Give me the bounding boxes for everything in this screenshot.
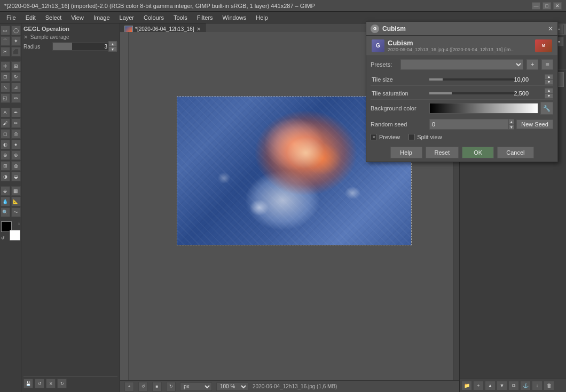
new-layer-group-btn[interactable]: 📁: [461, 381, 472, 390]
menu-select[interactable]: Select: [41, 13, 66, 22]
new-seed-button[interactable]: New Seed: [516, 119, 553, 129]
menu-edit[interactable]: Edit: [21, 13, 40, 22]
help-button[interactable]: Help: [390, 147, 422, 158]
menu-layer[interactable]: Layer: [115, 13, 139, 22]
dialog-close-button[interactable]: ✕: [548, 25, 553, 33]
preview-checkbox[interactable]: ✕ Preview: [371, 134, 400, 140]
tile-saturation-up-btn[interactable]: ▲: [545, 88, 553, 93]
mypaint-tool[interactable]: ●: [11, 140, 21, 149]
perspective-tool[interactable]: ◱: [1, 93, 10, 103]
close-window-button[interactable]: ✕: [553, 2, 562, 10]
zoom-tool[interactable]: 🔍: [1, 207, 10, 217]
image-tab-close[interactable]: ✕: [196, 26, 201, 32]
gradient-tool[interactable]: ▦: [11, 186, 21, 196]
preview-checkbox-box[interactable]: ✕: [371, 134, 377, 140]
ink-tool[interactable]: ◐: [1, 140, 10, 149]
shear-tool[interactable]: ⊿: [11, 83, 21, 92]
menu-image[interactable]: Image: [89, 13, 114, 22]
merge-down-btn[interactable]: ↓: [532, 381, 543, 390]
clone-tool[interactable]: ⊕: [1, 150, 10, 160]
menu-tools[interactable]: Tools: [169, 13, 192, 22]
rotate-tool[interactable]: ↻: [11, 72, 21, 82]
tile-size-down-btn[interactable]: ▼: [545, 79, 553, 85]
reset-colors-icon[interactable]: ↺: [1, 236, 5, 241]
pencil-tool[interactable]: ✏: [11, 118, 21, 128]
anchor-layer-btn[interactable]: ⚓: [520, 381, 531, 390]
rectangle-select-tool[interactable]: ▭: [1, 26, 10, 35]
move-tool[interactable]: ✛: [1, 61, 10, 71]
warp-tool[interactable]: 〜: [11, 207, 21, 217]
tile-saturation-value: 2,500: [514, 90, 529, 97]
crop-tool[interactable]: ⊡: [1, 72, 10, 82]
seed-up-btn[interactable]: ▲: [508, 119, 514, 124]
status-stop-btn[interactable]: ■: [152, 382, 162, 391]
paintbrush-tool[interactable]: 🖌: [1, 118, 10, 128]
eraser-tool[interactable]: ◻: [1, 129, 10, 139]
align-tool[interactable]: ⊞: [11, 61, 21, 71]
split-view-checkbox[interactable]: Split view: [408, 134, 442, 140]
status-left-btn[interactable]: +: [124, 382, 134, 391]
tile-size-up-btn[interactable]: ▲: [545, 74, 553, 79]
lower-layer-btn[interactable]: ▼: [497, 381, 507, 390]
tool-preset-restore[interactable]: ↺: [35, 379, 44, 388]
flip-tool[interactable]: ⇔: [11, 93, 21, 103]
scissors-tool[interactable]: ✂: [1, 47, 10, 57]
select-by-color-tool[interactable]: ⬛: [11, 47, 21, 57]
radius-up-btn[interactable]: ▲: [108, 41, 117, 46]
blur-tool[interactable]: ◍: [11, 161, 21, 171]
tile-size-slider-area[interactable]: 10,00: [429, 73, 545, 85]
bg-color-gradient[interactable]: [429, 103, 538, 114]
menu-help[interactable]: Help: [251, 13, 272, 22]
duplicate-layer-btn[interactable]: ⧉: [508, 381, 519, 390]
image-tab[interactable]: *[2020-06-04_12h13_16]: [135, 26, 194, 32]
scale-tool[interactable]: ⤡: [1, 83, 10, 92]
perspective-clone-tool[interactable]: ⊞: [1, 161, 10, 171]
cancel-button[interactable]: Cancel: [497, 147, 533, 158]
tile-saturation-down-btn[interactable]: ▼: [545, 93, 553, 99]
tool-preset-save[interactable]: 💾: [23, 379, 33, 388]
background-color[interactable]: [10, 230, 20, 241]
dodge-tool[interactable]: ◑: [1, 172, 10, 181]
seed-down-btn[interactable]: ▼: [508, 124, 514, 130]
tool-preset-delete[interactable]: ✕: [46, 379, 56, 388]
menu-windows[interactable]: Windows: [218, 13, 251, 22]
dialog-buttons: Help Reset OK Cancel: [371, 145, 553, 158]
measure-tool[interactable]: 📐: [11, 197, 21, 206]
random-seed-input[interactable]: [429, 119, 508, 130]
menu-file[interactable]: File: [2, 13, 20, 22]
reset-button[interactable]: Reset: [426, 147, 459, 158]
tile-saturation-slider-area[interactable]: 2,500: [429, 87, 545, 99]
raise-layer-btn[interactable]: ▲: [485, 381, 496, 390]
airbrush-tool[interactable]: ◎: [11, 129, 21, 139]
status-right-btn[interactable]: ↺: [138, 382, 148, 391]
color-picker-tool[interactable]: 💧: [1, 197, 10, 206]
ok-button[interactable]: OK: [462, 147, 494, 158]
presets-add-btn[interactable]: +: [526, 59, 538, 70]
tool-preset-reset[interactable]: ↻: [57, 379, 67, 388]
unit-select[interactable]: px % mm: [180, 382, 212, 391]
status-refresh-btn[interactable]: ↻: [166, 382, 176, 391]
heal-tool[interactable]: ⊛: [11, 150, 21, 160]
menu-view[interactable]: View: [67, 13, 88, 22]
bucket-fill-tool[interactable]: ⬙: [1, 186, 10, 196]
split-view-checkbox-box[interactable]: [408, 134, 415, 140]
radius-down-btn[interactable]: ▼: [108, 46, 117, 52]
maximize-button[interactable]: □: [543, 2, 551, 10]
zoom-select[interactable]: 100 % 50 % 200 %: [216, 382, 248, 391]
tile-size-value: 10,00: [514, 76, 529, 83]
ellipse-select-tool[interactable]: ◯: [11, 26, 21, 35]
path-tool[interactable]: ✒: [11, 108, 21, 117]
smudge-tool[interactable]: ◒: [11, 172, 21, 181]
presets-menu-btn[interactable]: ≡: [541, 59, 553, 70]
minimize-button[interactable]: —: [532, 2, 540, 10]
presets-select[interactable]: [400, 59, 523, 70]
bg-eyedropper-btn[interactable]: 🔧: [540, 102, 553, 115]
free-select-tool[interactable]: ⌒: [1, 36, 10, 46]
delete-layer-btn[interactable]: 🗑: [544, 381, 554, 390]
new-layer-btn[interactable]: +: [473, 381, 484, 390]
menu-filters[interactable]: Filters: [193, 13, 217, 22]
fuzzy-select-tool[interactable]: ✦: [11, 36, 21, 46]
text-tool[interactable]: A: [1, 108, 10, 117]
swap-colors-icon[interactable]: ↕: [18, 221, 20, 226]
menu-colours[interactable]: Colours: [139, 13, 168, 22]
